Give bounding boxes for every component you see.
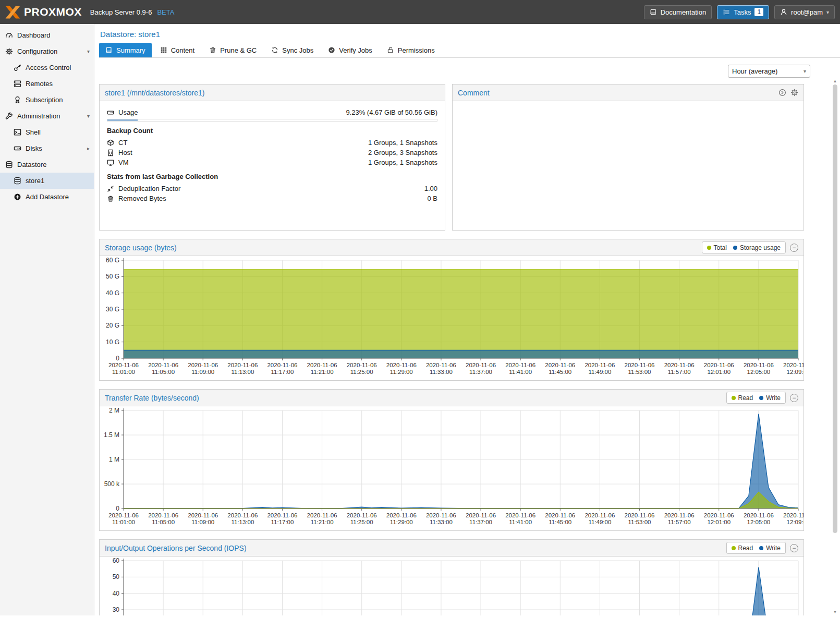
iops-panel: Input/Output Operations per Second (IOPS… xyxy=(99,539,804,615)
sidebar-item-remotes[interactable]: Remotes xyxy=(0,76,94,92)
svg-text:2020-11-0612:09:00: 2020-11-0612:09:00 xyxy=(783,362,804,375)
legend-item-write[interactable]: Write xyxy=(759,394,781,402)
storage-usage-chart: 60 G50 G40 G30 G20 G10 G02020-11-0611:01… xyxy=(100,256,804,380)
svg-text:2020-11-0611:13:00: 2020-11-0611:13:00 xyxy=(227,362,258,375)
usage-row: Usage 9.23% (4.67 GiB of 50.56 GiB) xyxy=(107,107,437,117)
svg-text:2020-11-0612:01:00: 2020-11-0612:01:00 xyxy=(704,362,734,375)
svg-text:2020-11-0611:33:00: 2020-11-0611:33:00 xyxy=(426,362,456,375)
svg-text:2020-11-0611:49:00: 2020-11-0611:49:00 xyxy=(585,362,615,375)
chart-legend: Read Write xyxy=(726,542,786,554)
chart-title: Storage usage (bytes) xyxy=(105,244,177,252)
legend-item-total[interactable]: Total xyxy=(707,244,727,251)
gear-icon[interactable] xyxy=(790,89,798,96)
transfer-rate-header: Transfer Rate (bytes/second) Read Write xyxy=(100,390,804,406)
scroll-up-arrow[interactable]: ▲ xyxy=(833,78,837,84)
sync-icon xyxy=(271,46,278,54)
collapse-chart-icon[interactable]: − xyxy=(790,244,798,252)
tasks-button[interactable]: Tasks 1 xyxy=(717,5,769,19)
tab-content[interactable]: Content xyxy=(154,43,201,57)
svg-text:2020-11-0611:21:00: 2020-11-0611:21:00 xyxy=(307,512,337,525)
compress-icon xyxy=(107,185,114,192)
tab-prune-gc[interactable]: Prune & GC xyxy=(203,43,263,57)
svg-text:2020-11-0611:01:00: 2020-11-0611:01:00 xyxy=(108,362,139,375)
sidebar-item-administration[interactable]: Administration ▾ xyxy=(0,108,94,124)
vm-row: VM 1 Groups, 1 Snapshots xyxy=(107,158,437,167)
collapse-chart-icon[interactable]: − xyxy=(790,394,798,402)
database-icon xyxy=(14,177,21,185)
svg-text:2020-11-0611:45:00: 2020-11-0611:45:00 xyxy=(545,512,575,525)
svg-text:10 G: 10 G xyxy=(106,338,119,346)
desktop-icon xyxy=(107,159,114,166)
svg-text:2020-11-0611:57:00: 2020-11-0611:57:00 xyxy=(664,512,695,525)
legend-item-storage-usage[interactable]: Storage usage xyxy=(733,244,781,251)
sidebar-item-add-datastore[interactable]: Add Datastore xyxy=(0,189,94,205)
backup-count-heading: Backup Count xyxy=(107,127,437,135)
app-header: PROXMOX Backup Server 0.9-6 BETA Documen… xyxy=(0,0,840,24)
scroll-down-arrow[interactable]: ▼ xyxy=(833,609,837,615)
svg-text:1 M: 1 M xyxy=(109,456,119,463)
tab-sync-jobs[interactable]: Sync Jobs xyxy=(265,43,320,57)
dashboard-gauge-icon xyxy=(5,31,13,39)
sidebar-item-store1[interactable]: store1 xyxy=(0,173,94,189)
legend-dot xyxy=(732,546,736,550)
summary-panel-title: store1 (/mnt/datastores/store1) xyxy=(105,89,204,97)
trash-icon xyxy=(209,46,216,54)
tab-verify-jobs[interactable]: Verify Jobs xyxy=(322,43,379,57)
legend-item-read[interactable]: Read xyxy=(732,394,753,402)
user-menu-button[interactable]: root@pam ▾ xyxy=(774,5,835,19)
svg-text:2020-11-0611:57:00: 2020-11-0611:57:00 xyxy=(664,362,695,375)
sidebar-item-dashboard[interactable]: Dashboard xyxy=(0,27,94,43)
sidebar-item-shell[interactable]: Shell xyxy=(0,124,94,140)
svg-text:2020-11-0611:29:00: 2020-11-0611:29:00 xyxy=(386,512,417,525)
tab-summary[interactable]: Summary xyxy=(99,43,152,57)
chevron-down-icon: ▾ xyxy=(826,9,829,15)
svg-text:2020-11-0611:29:00: 2020-11-0611:29:00 xyxy=(386,362,417,375)
svg-text:0: 0 xyxy=(116,505,119,512)
beta-link[interactable]: BETA xyxy=(157,8,174,16)
user-label: root@pam xyxy=(791,8,823,16)
collapse-chart-icon[interactable]: − xyxy=(790,544,798,552)
expander-expanded-icon[interactable]: ▾ xyxy=(87,49,90,54)
transfer-rate-panel: Transfer Rate (bytes/second) Read Write xyxy=(99,389,804,531)
tasks-count-badge: 1 xyxy=(754,8,763,16)
svg-text:30 G: 30 G xyxy=(106,306,119,313)
comment-panel-header: Comment xyxy=(453,84,804,101)
svg-text:60: 60 xyxy=(113,557,120,564)
storage-usage-panel: Storage usage (bytes) Total Storage usag… xyxy=(99,239,804,381)
documentation-button[interactable]: Documentation xyxy=(644,5,712,19)
transfer-rate-chart: 2 M1.5 M1 M500 k02020-11-0611:01:002020-… xyxy=(100,406,804,530)
tab-permissions[interactable]: Permissions xyxy=(381,43,441,57)
sidebar-item-configuration[interactable]: Configuration ▾ xyxy=(0,43,94,59)
check-circle-icon xyxy=(328,46,335,54)
ct-row: CT 1 Groups, 1 Snapshots xyxy=(107,138,437,148)
legend-item-write[interactable]: Write xyxy=(759,545,781,552)
timeframe-select[interactable]: Hour (average) ▾ xyxy=(728,65,810,78)
svg-text:0: 0 xyxy=(116,355,119,362)
svg-text:2020-11-0611:37:00: 2020-11-0611:37:00 xyxy=(466,362,496,375)
database-icon xyxy=(5,161,13,168)
expander-collapsed-icon[interactable]: ▸ xyxy=(87,146,90,151)
iops-chart: 60504030201002020-11-0611:01:002020-11-0… xyxy=(100,557,804,615)
sidebar-item-access-control[interactable]: Access Control xyxy=(0,59,94,76)
vertical-scrollbar[interactable]: ▲ ▼ xyxy=(832,78,838,615)
app-version-text: Backup Server 0.9-6 xyxy=(90,8,152,16)
task-list-icon xyxy=(723,8,730,16)
scrollbar-thumb[interactable] xyxy=(833,84,837,533)
circle-chevron-icon[interactable] xyxy=(778,89,786,96)
subscription-ribbon-icon xyxy=(14,96,21,104)
svg-text:2020-11-0612:01:00: 2020-11-0612:01:00 xyxy=(704,512,734,525)
comment-body[interactable] xyxy=(453,101,804,114)
chart-legend: Read Write xyxy=(726,392,786,404)
grid-icon xyxy=(160,46,167,54)
legend-item-read[interactable]: Read xyxy=(732,545,753,552)
expander-expanded-icon[interactable]: ▾ xyxy=(87,113,90,119)
svg-text:2020-11-0611:05:00: 2020-11-0611:05:00 xyxy=(148,512,178,525)
sidebar-item-disks[interactable]: Disks ▸ xyxy=(0,140,94,156)
sidebar-item-subscription[interactable]: Subscription xyxy=(0,92,94,108)
gears-icon xyxy=(5,47,13,55)
legend-dot xyxy=(759,396,763,400)
svg-text:2020-11-0611:33:00: 2020-11-0611:33:00 xyxy=(426,512,456,525)
legend-dot xyxy=(759,546,763,550)
sidebar-item-datastore[interactable]: Datastore xyxy=(0,156,94,173)
wrench-icon xyxy=(5,112,13,120)
